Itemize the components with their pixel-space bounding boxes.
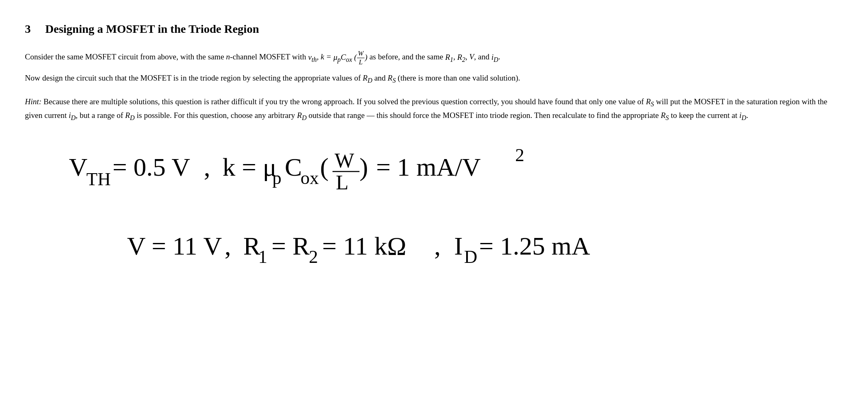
math-id-recalc: iD	[739, 111, 746, 120]
svg-text:= 1 mA/V: = 1 mA/V	[376, 153, 481, 181]
math-id-hint: iD	[69, 111, 76, 120]
math-rd-arbitrary: RD	[297, 111, 307, 120]
svg-text:= R: = R	[271, 232, 310, 260]
svg-text:= 1.25 mA: = 1.25 mA	[479, 232, 590, 260]
equation-line-1: .hw { font-family: 'Segoe Script', 'Comi…	[25, 136, 843, 203]
design-paragraph: Now design the circuit such that the MOS…	[25, 72, 843, 86]
section-heading: 3 Designing a MOSFET in the Triode Regio…	[25, 20, 843, 38]
svg-text:W: W	[335, 149, 355, 172]
intro-paragraph: Consider the same MOSFET circuit from ab…	[25, 49, 843, 66]
svg-text:V = 11 V: V = 11 V	[127, 232, 222, 260]
svg-text:TH: TH	[86, 169, 111, 189]
section-title-text: Designing a MOSFET in the Triode Region	[45, 22, 259, 35]
svg-text:2: 2	[515, 145, 524, 165]
svg-text:,: ,	[434, 232, 441, 260]
svg-text:C: C	[285, 153, 302, 181]
math-rs-recalc: RS	[661, 111, 669, 120]
svg-text:I: I	[454, 232, 463, 260]
math-rs-hint: RS	[646, 97, 654, 106]
math-v: V	[469, 53, 474, 61]
math-rd-hint: RD	[125, 111, 134, 120]
section-number: 3	[25, 22, 31, 35]
svg-text:= 11 kΩ: = 11 kΩ	[322, 232, 406, 260]
math-r1: R1	[445, 53, 453, 61]
svg-text:,: ,	[225, 232, 231, 260]
svg-text:V: V	[69, 153, 88, 181]
svg-text:= 0.5 V: = 0.5 V	[112, 153, 190, 181]
math-rd: RD	[363, 74, 372, 82]
math-r2: R2	[457, 53, 465, 61]
svg-text:p: p	[272, 168, 281, 188]
svg-text:2: 2	[309, 247, 318, 267]
math-wl-frac: (WL)	[354, 53, 367, 61]
equation-svg-1: .hw { font-family: 'Segoe Script', 'Comi…	[61, 136, 808, 203]
svg-text:1: 1	[258, 247, 267, 267]
math-id: iD	[491, 53, 499, 61]
svg-text:(: (	[320, 153, 329, 181]
svg-text:ox: ox	[301, 168, 319, 188]
math-rs: RS	[388, 74, 396, 82]
svg-text:): )	[359, 153, 368, 181]
hint-paragraph: Hint: Because there are multiple solutio…	[25, 96, 843, 123]
svg-text:,: ,	[204, 153, 210, 181]
svg-text:D: D	[464, 247, 477, 267]
hint-label: Hint:	[25, 97, 42, 106]
equation-line-2: V = 11 V , R 1 = R 2 = 11 kΩ , I D = 1.2…	[25, 215, 843, 273]
handwritten-equations: .hw { font-family: 'Segoe Script', 'Comi…	[25, 136, 843, 273]
svg-text:k = μ: k = μ	[223, 153, 276, 181]
math-vth: vth, k = μpCox	[308, 53, 352, 61]
math-n-channel: n	[226, 53, 230, 61]
svg-text:L: L	[336, 171, 349, 194]
equation-svg-2: V = 11 V , R 1 = R 2 = 11 kΩ , I D = 1.2…	[102, 215, 766, 273]
